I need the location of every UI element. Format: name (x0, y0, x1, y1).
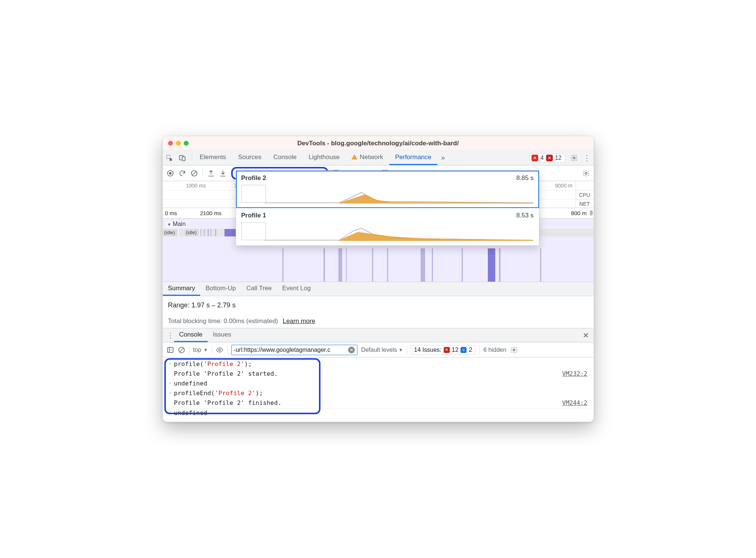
maximize-icon[interactable] (184, 141, 189, 146)
tab-elements[interactable]: Elements (194, 151, 232, 165)
tab-summary[interactable]: Summary (163, 282, 201, 296)
source-link[interactable]: VM244:2 (562, 399, 589, 406)
tab-bottom-up[interactable]: Bottom-Up (200, 282, 241, 296)
overview-net-label: NET (576, 199, 594, 208)
gear-icon[interactable] (570, 154, 578, 162)
clear-console-icon[interactable] (178, 346, 185, 354)
ruler-tick: 0 ms (165, 210, 177, 216)
inspect-icon[interactable] (166, 154, 173, 162)
context-select[interactable]: top ▼ (193, 347, 208, 353)
return-chevron-icon: ‹ (167, 409, 174, 415)
svg-point-5 (169, 172, 171, 174)
scrollbar-thumb[interactable] (590, 210, 593, 216)
titlebar: DevTools - blog.google/technology/ai/cod… (163, 136, 594, 151)
drawer-tab-issues[interactable]: Issues (208, 328, 236, 342)
perf-settings-gear-icon[interactable] (582, 170, 590, 177)
context-value: top (193, 347, 201, 353)
record-icon[interactable] (167, 170, 174, 177)
log-return: ‹ undefined (167, 408, 589, 418)
svg-point-7 (585, 172, 587, 174)
summary-tabstrip: Summary Bottom-Up Call Tree Event Log (163, 282, 594, 296)
profile-name: Profile 2 (241, 174, 266, 182)
profile-name: Profile 1 (241, 212, 266, 219)
close-icon[interactable]: ✕ (583, 331, 589, 340)
tab-console[interactable]: Console (267, 151, 303, 165)
chevron-down-icon: ▼ (399, 347, 403, 353)
kebab-icon[interactable]: ⋮ (583, 154, 591, 162)
reload-icon[interactable] (179, 170, 186, 177)
input-chevron-icon: › (167, 390, 174, 396)
error2-badge-icon: ✕ (546, 155, 553, 161)
separator (212, 345, 212, 354)
profile-time: 8.53 s (516, 212, 533, 219)
window-title: DevTools - blog.google/technology/ai/cod… (163, 140, 594, 147)
svg-point-11 (513, 349, 515, 351)
svg-point-3 (573, 157, 575, 159)
profile-row[interactable]: Profile 2 8.85 s (236, 171, 539, 208)
clear-filter-icon[interactable]: ✕ (348, 347, 355, 353)
console-log[interactable]: › profile('Profile 2'); Profile 'Profile… (163, 357, 594, 422)
issues-counter[interactable]: 14 Issues: ✕ 12 ≡ 2 (411, 345, 476, 355)
ruler-tick: 800 m (571, 210, 587, 216)
hidden-count[interactable]: 6 hidden (483, 347, 506, 353)
tab-lighthouse[interactable]: Lighthouse (303, 151, 346, 165)
overview-tick: 9000 m (555, 183, 573, 189)
upload-icon[interactable] (207, 170, 215, 177)
live-expression-icon[interactable] (216, 346, 223, 354)
tab-sources[interactable]: Sources (232, 151, 267, 165)
tab-event-log[interactable]: Event Log (277, 282, 316, 296)
return-chevron-icon: ‹ (167, 380, 174, 386)
overview-tick: 1000 ms (186, 183, 206, 189)
download-icon[interactable] (219, 170, 227, 177)
log-input: › profileEnd('Profile 2'); (167, 389, 589, 399)
tabs-overflow[interactable]: » (437, 151, 449, 165)
profile-list-popover[interactable]: Profile 2 8.85 s Profile 1 8.53 s (236, 170, 539, 246)
log-input: › profile('Profile 2'); (167, 360, 589, 369)
clear-icon[interactable] (190, 170, 198, 177)
svg-point-10 (219, 349, 220, 351)
error-counter[interactable]: ✕ 4 ✕ 12 (530, 154, 565, 162)
drawer-tab-console[interactable]: Console (174, 328, 208, 342)
summary-blocking: Total blocking time: 0.00ms (estimated) (168, 317, 278, 325)
error-count: 4 (540, 155, 544, 161)
console-settings-gear-icon[interactable] (510, 346, 518, 354)
log-levels-select[interactable]: Default levels ▼ (361, 347, 403, 353)
minimize-icon[interactable] (176, 141, 181, 146)
separator (227, 345, 227, 354)
issues-error-icon: ✕ (444, 347, 450, 353)
tab-call-tree[interactable]: Call Tree (241, 282, 277, 296)
issues-error-count: 12 (452, 347, 459, 353)
main-tabstrip: Elements Sources Console Lighthouse Netw… (163, 151, 594, 165)
drawer-kebab-icon[interactable]: ⋮ (167, 331, 174, 340)
close-icon[interactable] (168, 141, 173, 146)
sidebar-toggle-icon[interactable] (167, 346, 174, 354)
issues-info-icon: ≡ (461, 347, 467, 353)
main-thread-label[interactable]: Main (166, 221, 188, 227)
devtools-window: DevTools - blog.google/technology/ai/cod… (162, 136, 594, 422)
error-badge-icon: ✕ (532, 155, 538, 161)
flame-bars-bottom (163, 248, 594, 282)
issues-label: 14 Issues: (414, 347, 441, 353)
warning-icon (351, 154, 357, 159)
ruler-tick: 2100 ms (200, 210, 222, 216)
console-filter-input[interactable]: -url:https://www.googletagmanager.c ✕ (231, 345, 357, 355)
separator (479, 345, 480, 354)
input-chevron-icon: › (167, 360, 174, 366)
log-output: Profile 'Profile 2' started. VM232:2 (167, 369, 589, 379)
separator (202, 169, 203, 178)
log-return: ‹ undefined (167, 379, 589, 389)
window-controls (163, 141, 189, 146)
chevron-down-icon: ▼ (204, 347, 208, 353)
device-icon[interactable] (179, 154, 186, 162)
log-output: Profile 'Profile 2' finished. VM244:2 (167, 399, 589, 408)
filter-value: -url:https://www.googletagmanager.c (234, 347, 331, 353)
drawer-header: ⋮ Console Issues ✕ (163, 328, 594, 342)
separator (192, 151, 192, 159)
learn-more-link[interactable]: Learn more (283, 317, 315, 325)
profile-row[interactable]: Profile 1 8.53 s (236, 208, 539, 245)
tab-performance[interactable]: Performance (389, 151, 437, 165)
source-link[interactable]: VM232:2 (562, 370, 589, 377)
svg-rect-8 (167, 347, 173, 352)
summary-range: Range: 1.97 s – 2.79 s (168, 301, 588, 309)
tab-network[interactable]: Network (346, 151, 389, 165)
